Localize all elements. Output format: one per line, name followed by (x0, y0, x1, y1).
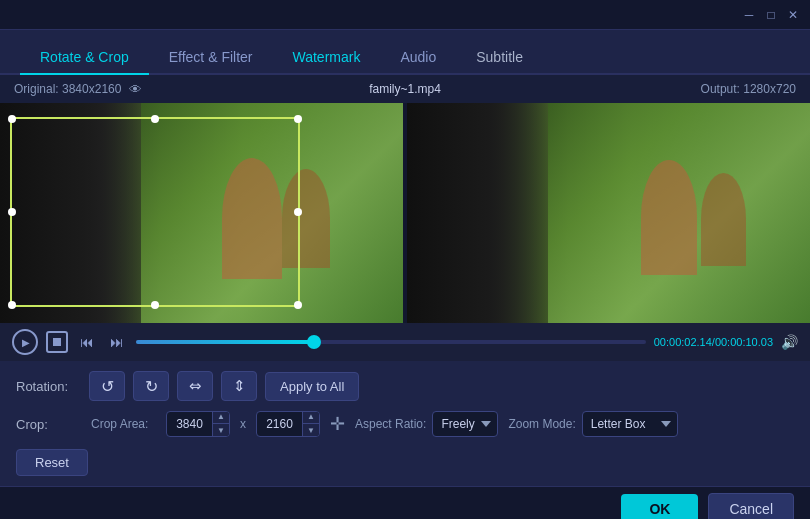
crop-width-down[interactable]: ▼ (213, 424, 229, 437)
tab-audio[interactable]: Audio (380, 41, 456, 73)
flip-v-button[interactable]: ⇕ (221, 371, 257, 401)
next-frame-button[interactable]: ⏭ (106, 331, 128, 353)
crop-handle-bl[interactable] (8, 301, 16, 309)
person-overlay (0, 103, 161, 323)
original-resolution: Original: 3840x2160 (14, 82, 121, 96)
crop-handle-tl[interactable] (8, 115, 16, 123)
apply-to-all-button[interactable]: Apply to All (265, 372, 359, 401)
rotate-ccw-button[interactable]: ↺ (89, 371, 125, 401)
crop-height-spinner: ▲ ▼ (302, 411, 319, 437)
close-button[interactable]: ✕ (784, 6, 802, 24)
crop-handle-lm[interactable] (8, 208, 16, 216)
silhouette-2 (282, 169, 330, 268)
aspect-ratio-wrap: Aspect Ratio: Freely 16:9 4:3 1:1 (355, 411, 498, 437)
tab-subtitle[interactable]: Subtitle (456, 41, 543, 73)
flip-h-button[interactable]: ⇔ (177, 371, 213, 401)
prev-frame-icon: ⏮ (80, 334, 94, 350)
preview-video-panel (407, 103, 810, 323)
zoom-mode-select[interactable]: Letter Box Pan & Scan Full (582, 411, 678, 437)
crop-row: Crop: Crop Area: ▲ ▼ x ▲ ▼ ✛ Aspect Rati… (16, 411, 794, 437)
stop-icon (53, 338, 61, 346)
original-video-panel (0, 103, 403, 323)
rotation-row: Rotation: ↺ ↻ ⇔ ⇕ Apply to All (16, 371, 794, 401)
silhouette-3 (641, 160, 697, 274)
play-icon: ▶ (22, 337, 30, 348)
next-frame-icon: ⏭ (110, 334, 124, 350)
reset-button[interactable]: Reset (16, 449, 88, 476)
play-button[interactable]: ▶ (12, 329, 38, 355)
aspect-ratio-select[interactable]: Freely 16:9 4:3 1:1 (432, 411, 498, 437)
prev-frame-button[interactable]: ⏮ (76, 331, 98, 353)
rotate-cw-icon: ↻ (145, 377, 158, 396)
silhouette-4 (701, 173, 745, 265)
progress-bar[interactable] (136, 340, 646, 344)
stop-button[interactable] (46, 331, 68, 353)
rotate-ccw-icon: ↺ (101, 377, 114, 396)
cancel-button[interactable]: Cancel (708, 493, 794, 520)
crop-width-input[interactable] (167, 417, 212, 431)
crop-width-up[interactable]: ▲ (213, 411, 229, 424)
info-bar: Original: 3840x2160 👁 family~1.mp4 Outpu… (0, 75, 810, 103)
progress-thumb[interactable] (307, 335, 321, 349)
tab-effect-filter[interactable]: Effect & Filter (149, 41, 273, 73)
rotate-cw-button[interactable]: ↻ (133, 371, 169, 401)
filename-label: family~1.mp4 (369, 82, 441, 96)
output-resolution: Output: 1280x720 (701, 82, 796, 96)
progress-fill (136, 340, 314, 344)
controls-area: Rotation: ↺ ↻ ⇔ ⇕ Apply to All Crop: Cro… (0, 361, 810, 486)
crop-height-input-wrap: ▲ ▼ (256, 411, 320, 437)
person-overlay-right (407, 103, 568, 323)
crop-height-input[interactable] (257, 417, 302, 431)
crop-width-input-wrap: ▲ ▼ (166, 411, 230, 437)
aspect-ratio-label: Aspect Ratio: (355, 417, 426, 431)
tab-rotate-crop[interactable]: Rotate & Crop (20, 41, 149, 75)
zoom-mode-label: Zoom Mode: (508, 417, 575, 431)
original-thumbnail (0, 103, 403, 323)
crop-area-label: Crop Area: (91, 417, 156, 431)
title-bar: ─ □ ✕ (0, 0, 810, 30)
crop-center-icon[interactable]: ✛ (330, 413, 345, 435)
silhouette-1 (222, 158, 282, 279)
crop-height-down[interactable]: ▼ (303, 424, 319, 437)
crop-width-spinner: ▲ ▼ (212, 411, 229, 437)
video-area (0, 103, 810, 323)
volume-button[interactable]: 🔊 (781, 334, 798, 350)
crop-label: Crop: (16, 417, 81, 432)
tab-bar: Rotate & Crop Effect & Filter Watermark … (0, 30, 810, 75)
ok-button[interactable]: OK (621, 494, 698, 520)
zoom-mode-wrap: Zoom Mode: Letter Box Pan & Scan Full (508, 411, 677, 437)
flip-h-icon: ⇔ (189, 377, 202, 395)
minimize-button[interactable]: ─ (740, 6, 758, 24)
tab-watermark[interactable]: Watermark (273, 41, 381, 73)
time-display: 00:00:02.14/00:00:10.03 (654, 336, 773, 348)
preview-thumbnail (407, 103, 810, 323)
preview-eye-icon[interactable]: 👁 (129, 82, 142, 97)
flip-v-icon: ⇕ (233, 377, 246, 395)
crop-height-up[interactable]: ▲ (303, 411, 319, 424)
rotation-label: Rotation: (16, 379, 81, 394)
bottom-bar: OK Cancel (0, 486, 810, 519)
dimension-separator: x (240, 417, 246, 431)
maximize-button[interactable]: □ (762, 6, 780, 24)
transport-bar: ▶ ⏮ ⏭ 00:00:02.14/00:00:10.03 🔊 (0, 323, 810, 361)
